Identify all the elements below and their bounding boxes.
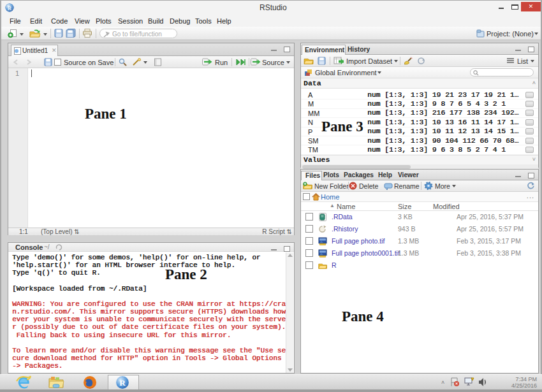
svg-text:R: R [119,378,126,388]
svg-text:R: R [8,5,11,11]
